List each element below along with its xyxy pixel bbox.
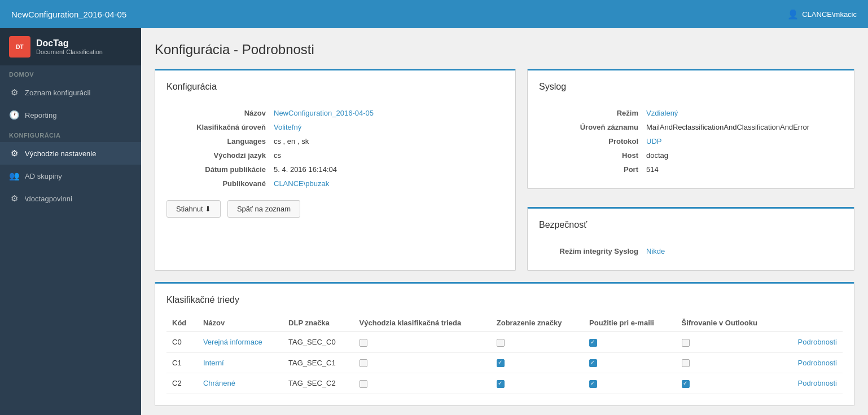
group-icon: 👥 [9, 171, 19, 181]
syslog-detail-table: Režim Vzdialený Úroveň záznamu MailAndRe… [539, 105, 843, 177]
vychodsi-label: Východzí jazyk [168, 149, 269, 162]
syslog-card: Syslog Režim Vzdialený Úroveň záznamu Ma… [527, 69, 854, 189]
row-sifrovanie[interactable] [676, 352, 782, 373]
row-vychodzia[interactable] [354, 373, 491, 394]
row-podrobnosti-link[interactable]: Podrobnosti [798, 379, 837, 387]
row-sifrovanie[interactable] [676, 373, 782, 394]
settings-icon: ⚙ [9, 148, 19, 158]
sidebar-item-reporting[interactable]: 🕐 Reporting [0, 104, 141, 126]
nazov-value[interactable]: NewConfiguration_2016-04-05 [274, 109, 374, 117]
config-card-title: Konfigurácia [166, 82, 504, 96]
row-dlp: TAG_SEC_C1 [283, 352, 354, 373]
row-vychodzia[interactable] [354, 352, 491, 373]
checkbox [360, 380, 367, 388]
config-row-languages: Languages cs , en , sk [168, 135, 503, 148]
logo-text: DocTag Document Classification [36, 38, 103, 55]
section-konfiguracia: KONFIGURÁCIA [0, 126, 141, 142]
row-zobrazenie[interactable] [491, 332, 584, 353]
config-row-vychodsi: Východzí jazyk cs [168, 149, 503, 162]
classification-card: Klasifikačné triedy Kód Názov DLP značka… [155, 282, 854, 406]
syslog-protokol-label: Protokol [540, 135, 642, 148]
logo-icon: DT [9, 36, 30, 58]
syslog-host-label: Host [540, 149, 642, 162]
nazov-label: Názov [168, 107, 269, 120]
checkbox [497, 380, 505, 388]
row-kod: C0 [166, 332, 198, 353]
row-podrobnosti-link[interactable]: Podrobnosti [798, 359, 837, 367]
checkbox [589, 339, 597, 347]
logo-sub: Document Classification [36, 48, 103, 55]
row-nazov-link[interactable]: Interní [203, 359, 224, 367]
col-kod: Kód [166, 314, 198, 332]
row-sifrovanie[interactable] [676, 332, 782, 353]
syslog-rezim-value[interactable]: Vzdialený [646, 109, 678, 117]
topbar-left: NewConfiguration_2016-04-05 [11, 10, 126, 19]
syslog-port-value: 514 [643, 163, 841, 176]
syslog-protokol-value[interactable]: UDP [646, 137, 661, 145]
sidebar-item-ad-skupiny-label: AD skupiny [25, 172, 62, 180]
row-vychodzia[interactable] [354, 332, 491, 353]
datum-value: 5. 4. 2016 16:14:04 [270, 163, 503, 176]
topbar: NewConfiguration_2016-04-05 👤 CLANCE\mka… [0, 0, 868, 28]
sidebar-item-reporting-label: Reporting [25, 111, 56, 120]
publikovane-value[interactable]: CLANCE\pbuzak [274, 179, 329, 188]
sidebar-item-zoznam[interactable]: ⚙ Zoznam konfigurácii [0, 81, 141, 104]
syslog-card-title: Syslog [539, 82, 843, 96]
classification-title: Klasifikačné triedy [166, 295, 843, 305]
checkbox [682, 339, 690, 347]
row-pouzitie[interactable] [584, 373, 676, 394]
sidebar-item-ad-skupiny[interactable]: 👥 AD skupiny [0, 165, 141, 187]
config-row-nazov: Názov NewConfiguration_2016-04-05 [168, 107, 503, 120]
languages-label: Languages [168, 135, 269, 148]
publikovane-label: Publikované [168, 177, 269, 190]
row-dlp: TAG_SEC_C0 [283, 332, 354, 353]
row-zobrazenie[interactable] [491, 352, 584, 373]
row-nazov-link[interactable]: Verejná informace [203, 338, 262, 346]
col-zobrazenie: Zobrazenie značky [491, 314, 584, 332]
checkbox [360, 359, 367, 367]
cls-table-header: Kód Názov DLP značka Východzia klasifika… [166, 314, 843, 332]
row-pouzitie[interactable] [584, 332, 676, 353]
row-kod: C1 [166, 352, 198, 373]
cls-table-row: C1InterníTAG_SEC_C1Podrobnosti [166, 352, 843, 373]
back-button[interactable]: Späť na zoznam [227, 200, 300, 218]
logo-brand: DocTag [36, 38, 103, 48]
bezpecnost-rezim-value[interactable]: Nikde [646, 247, 665, 255]
row-podrobnosti-link[interactable]: Podrobnosti [798, 338, 837, 346]
sidebar-item-zoznam-label: Zoznam konfigurácii [25, 89, 90, 97]
row-nazov-link[interactable]: Chránené [203, 379, 235, 387]
checkbox [682, 359, 690, 367]
sidebar-item-vychodzie-label: Východzie nastavenie [25, 149, 96, 158]
bezpecnost-detail-table: Režim integrity Syslog Nikde [539, 244, 843, 259]
syslog-rezim-label: Režim [540, 107, 642, 120]
row-pouzitie[interactable] [584, 352, 676, 373]
top-cards-row: Konfigurácia Názov NewConfiguration_2016… [155, 69, 854, 271]
sidebar-item-doctagpovinni[interactable]: ⚙ \doctagpovinni [0, 187, 141, 210]
topbar-config-name: NewConfiguration_2016-04-05 [11, 10, 126, 19]
checkbox [497, 339, 505, 347]
klasifikacna-value[interactable]: Voliteľný [274, 123, 301, 131]
row-kod: C2 [166, 373, 198, 394]
checkbox [589, 380, 597, 388]
right-cards: Syslog Režim Vzdialený Úroveň záznamu Ma… [527, 69, 854, 271]
col-dlp: DLP značka [283, 314, 354, 332]
row-zobrazenie[interactable] [491, 373, 584, 394]
sidebar-item-vychodzie[interactable]: ⚙ Východzie nastavenie [0, 142, 141, 165]
section-domov: DOMOV [0, 65, 141, 81]
user-icon: 👤 [787, 9, 799, 20]
col-pouzitie: Použitie pri e-maili [584, 314, 676, 332]
config-row-klasifikacna: Klasifikačná úroveň Voliteľný [168, 121, 503, 134]
topbar-user: 👤 CLANCE\mkacic [787, 9, 857, 20]
sidebar-logo: DT DocTag Document Classification [0, 28, 141, 65]
stiahnut-button[interactable]: Stiahnut ⬇ [166, 200, 221, 218]
vychodsi-value: cs [270, 149, 503, 162]
bezpecnost-rezim-label: Režim integrity Syslog [540, 245, 642, 258]
folder-icon: ⚙ [9, 193, 19, 204]
col-action [782, 314, 843, 332]
sidebar: DT DocTag Document Classification DOMOV … [0, 28, 141, 415]
syslog-port-label: Port [540, 163, 642, 176]
config-row-datum: Dátum publikácie 5. 4. 2016 16:14:04 [168, 163, 503, 176]
cls-table-row: C2ChránenéTAG_SEC_C2Podrobnosti [166, 373, 843, 394]
topbar-username: CLANCE\mkacic [802, 10, 857, 19]
classification-table: Kód Názov DLP značka Východzia klasifika… [166, 314, 843, 394]
